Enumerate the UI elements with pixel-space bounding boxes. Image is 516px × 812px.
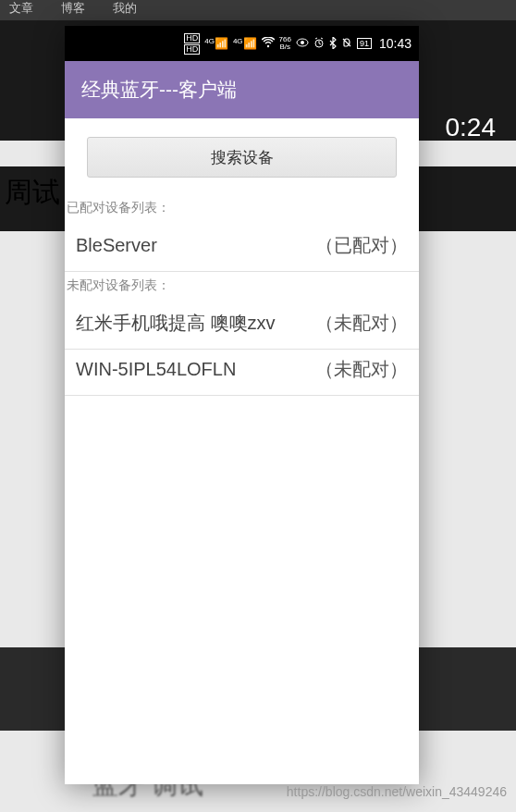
eye-icon: [296, 38, 309, 49]
bg-nav-item: 文章: [9, 0, 33, 17]
wifi-icon: [262, 37, 275, 50]
svg-point-0: [266, 45, 268, 47]
network-speed: 766 B/s: [279, 36, 291, 51]
device-name: WIN-5IPL54LOFLN: [76, 359, 236, 380]
status-time: 10:43: [379, 36, 412, 51]
bg-time-fragment: 0:24: [446, 113, 497, 142]
status-icons: HD HD 4G📶 4G📶 766 B/s: [184, 33, 412, 55]
unpaired-device-list: 红米手机哦提高 噢噢zxv （未配对） WIN-5IPL54LOFLN （未配对…: [65, 303, 419, 784]
signal-icon-2: 4G📶: [233, 37, 257, 50]
alarm-icon: [313, 37, 325, 50]
signal-icon-1: 4G📶: [204, 37, 228, 50]
app-title: 经典蓝牙---客户端: [81, 77, 237, 103]
paired-section-label: 已配对设备列表：: [65, 194, 419, 226]
unpaired-section-label: 未配对设备列表：: [65, 272, 419, 303]
search-button-container: 搜索设备: [65, 118, 419, 194]
hd-icon-stack: HD HD: [184, 33, 200, 55]
device-item-paired[interactable]: BleServer （已配对）: [65, 226, 419, 272]
device-status: （未配对）: [315, 311, 408, 336]
device-item-unpaired[interactable]: 红米手机哦提高 噢噢zxv （未配对）: [65, 303, 419, 350]
bg-nav-item: 我的: [113, 0, 137, 17]
device-status: （未配对）: [315, 357, 408, 382]
bluetooth-icon: [329, 37, 337, 51]
svg-point-2: [301, 41, 304, 44]
hd-icon: HD: [184, 33, 200, 43]
device-name: 红米手机哦提高 噢噢zxv: [76, 311, 276, 336]
battery-icon: 91: [357, 38, 372, 49]
status-bar: HD HD 4G📶 4G📶 766 B/s: [65, 26, 419, 61]
device-name: BleServer: [76, 235, 157, 256]
background-nav: 文章 博客 我的: [0, 0, 516, 20]
app-title-bar: 经典蓝牙---客户端: [65, 61, 419, 118]
mute-icon: [341, 37, 352, 50]
phone-screen: HD HD 4G📶 4G📶 766 B/s: [65, 26, 419, 784]
bg-nav-item: 博客: [61, 0, 85, 17]
watermark: https://blog.csdn.net/weixin_43449246: [287, 784, 507, 799]
hd-icon: HD: [184, 44, 200, 55]
device-item-unpaired[interactable]: WIN-5IPL54LOFLN （未配对）: [65, 350, 419, 396]
search-devices-button[interactable]: 搜索设备: [87, 137, 397, 178]
device-status: （已配对）: [315, 233, 408, 258]
paired-device-list: BleServer （已配对）: [65, 226, 419, 272]
